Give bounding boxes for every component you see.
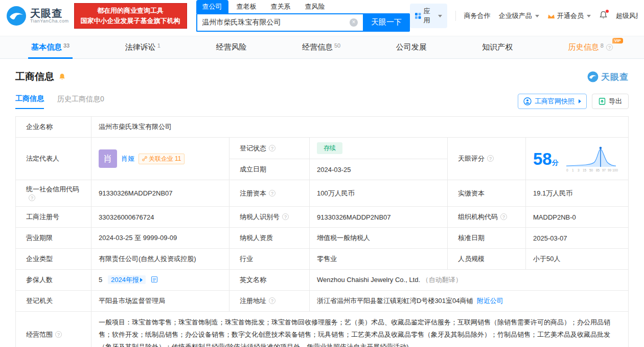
help-icon[interactable] bbox=[282, 213, 289, 220]
business-term-value: 2024-03-25 至 9999-09-09 bbox=[91, 228, 229, 249]
field-label: 企业类型 bbox=[16, 249, 91, 270]
table-row: 统一社会信用代码 91330326MADDP2NB07 注册资本 100万人民币… bbox=[16, 180, 629, 207]
subtab-business-info[interactable]: 工商信息 bbox=[15, 94, 44, 109]
field-label: 法定代表人 bbox=[16, 138, 91, 180]
tab-legal-litigation[interactable]: 法律诉讼 1 bbox=[122, 36, 164, 58]
help-icon[interactable] bbox=[29, 194, 35, 201]
field-label: 人员规模 bbox=[448, 249, 526, 270]
table-row: 营业期限 2024-03-25 至 9999-09-09 纳税人资质 增值税一般… bbox=[16, 228, 629, 249]
score-value: 58 bbox=[533, 149, 552, 168]
monitor-bell-icon[interactable] bbox=[58, 73, 66, 81]
divider bbox=[455, 11, 456, 21]
notifications-bell[interactable] bbox=[599, 11, 608, 21]
field-label: 核准日期 bbox=[448, 228, 526, 249]
tab-company-development[interactable]: 公司发展 bbox=[393, 36, 430, 58]
search-input[interactable] bbox=[196, 13, 363, 32]
field-label: 登记状态 bbox=[229, 138, 310, 159]
clear-search-icon[interactable] bbox=[350, 18, 358, 27]
header: 天眼查 TianYanCha.com 都在用的商业查询工具 国家中小企业发展子基… bbox=[0, 0, 644, 32]
search-tab-relation[interactable]: 查关系 bbox=[265, 0, 297, 13]
person-circle-icon bbox=[523, 97, 532, 105]
search-button[interactable]: 天眼一下 bbox=[363, 13, 410, 32]
search-tab-boss[interactable]: 查老板 bbox=[231, 0, 263, 13]
svg-text:50: 50 bbox=[589, 168, 593, 172]
menu-super-risk[interactable]: 超级风控 bbox=[616, 11, 638, 20]
vip-badge: VIP bbox=[612, 38, 623, 44]
score-distribution-chart: 0 1 3 15 50 85 97 99 100 bbox=[565, 144, 618, 173]
field-label: 纳税人资质 bbox=[229, 228, 310, 249]
svg-text:100: 100 bbox=[612, 168, 618, 172]
notification-dot bbox=[606, 10, 609, 13]
tianyancha-watermark: 天眼查 bbox=[587, 71, 629, 83]
help-icon[interactable] bbox=[269, 145, 275, 151]
approval-date-value: 2025-03-07 bbox=[526, 228, 629, 249]
tab-intellectual-property[interactable]: 知识产权 bbox=[479, 36, 516, 58]
menu-enterprise[interactable]: 企业级产品 bbox=[499, 11, 539, 20]
tab-count: 50 bbox=[334, 42, 340, 49]
reg-status-value: 存续 bbox=[310, 138, 448, 159]
annual-report-link[interactable]: 2024年报 bbox=[108, 275, 146, 284]
legal-rep-avatar[interactable]: 肖 bbox=[99, 149, 117, 168]
search-tab-risk[interactable]: 查风险 bbox=[299, 0, 331, 13]
svg-text:1: 1 bbox=[572, 168, 574, 172]
help-icon[interactable] bbox=[487, 155, 494, 162]
legal-rep-cell: 肖 肖娅 关联企业 11 bbox=[91, 138, 229, 180]
report-doc-icon[interactable] bbox=[151, 276, 158, 283]
reg-address-value: 浙江省温州市平阳县鳌江镇彩虹湾D号楼301室04商铺 附近公司 bbox=[310, 291, 629, 312]
industry-value: 零售业 bbox=[310, 249, 448, 270]
help-icon[interactable] bbox=[269, 297, 275, 304]
establish-date-value: 2024-03-25 bbox=[310, 159, 448, 180]
link-icon bbox=[142, 156, 147, 161]
company-nav-tabs: 基本信息 33 法律诉讼 1 经营风险 经营信息 50 公司发展 知识产权 历史… bbox=[0, 36, 644, 59]
field-label: 营业期限 bbox=[16, 228, 91, 249]
staff-size-value: 小于50人 bbox=[526, 249, 629, 270]
help-icon[interactable] bbox=[606, 44, 613, 51]
promo-line-1: 都在用的商业查询工具 bbox=[81, 6, 180, 16]
apps-menu[interactable]: 应用 bbox=[410, 4, 447, 28]
help-icon[interactable] bbox=[269, 190, 275, 197]
english-name-value: Wenzhou Chaishi Jewelry Co., Ltd. （自动翻译） bbox=[310, 270, 629, 291]
arrow-right-icon bbox=[579, 99, 581, 103]
tab-count: 8 bbox=[601, 42, 604, 49]
official-snapshot-button[interactable]: 工商官网快照 bbox=[518, 94, 587, 109]
menu-cooperation[interactable]: 商务合作 bbox=[464, 11, 491, 20]
field-label: 经营范围 bbox=[16, 312, 91, 347]
reg-capital-value: 100万人民币 bbox=[310, 180, 448, 207]
tab-operation-info[interactable]: 经营信息 50 bbox=[299, 36, 343, 58]
tab-basic-info[interactable]: 基本信息 33 bbox=[28, 36, 73, 58]
field-label: 组织机构代码 bbox=[448, 207, 526, 228]
tab-count: 1 bbox=[157, 42, 160, 49]
nearby-companies-link[interactable]: 附近公司 bbox=[477, 297, 503, 305]
svg-text:85: 85 bbox=[596, 168, 600, 172]
tab-history-info[interactable]: 历史信息 8 VIP bbox=[565, 36, 616, 58]
table-row: 参保人数 5 2024年报 英文名称 Wenzhou Chaishi Jewel… bbox=[16, 270, 629, 291]
help-icon[interactable] bbox=[55, 331, 62, 338]
tab-operation-risk[interactable]: 经营风险 bbox=[213, 36, 249, 58]
field-label: 纳税人识别号 bbox=[229, 207, 310, 228]
subtab-history-business-info[interactable]: 历史工商信息0 bbox=[57, 95, 104, 109]
export-button[interactable]: 导出 bbox=[592, 94, 629, 109]
svg-text:97: 97 bbox=[602, 168, 606, 172]
help-icon[interactable] bbox=[500, 213, 507, 220]
score-unit: 分 bbox=[552, 159, 559, 166]
promo-banner: 都在用的商业查询工具 国家中小企业发展子基金旗下机构 bbox=[74, 3, 187, 29]
table-row: 企业名称 温州市柴氏珠宝有限公司 bbox=[16, 117, 629, 138]
tianyancha-logo[interactable]: 天眼查 TianYanCha.com bbox=[6, 6, 69, 26]
legal-rep-link[interactable]: 肖娅 bbox=[121, 154, 134, 163]
business-info-table: 企业名称 温州市柴氏珠宝有限公司 法定代表人 肖 肖娅 bbox=[15, 116, 629, 347]
company-type-value: 有限责任公司(自然人投资或控股) bbox=[91, 249, 229, 270]
field-label: 注册地址 bbox=[229, 291, 310, 312]
header-menu: 应用 商务合作 企业级产品 开通会员 bbox=[410, 4, 638, 28]
section-title: 工商信息 bbox=[15, 70, 54, 83]
field-label: 企业名称 bbox=[16, 117, 91, 138]
reg-number-value: 330326000676724 bbox=[91, 207, 229, 228]
menu-vip[interactable]: 开通会员 bbox=[547, 11, 591, 20]
crown-icon bbox=[547, 13, 555, 19]
auto-translate-note: （自动翻译） bbox=[422, 276, 462, 284]
taxpayer-quality-value: 增值税一般纳税人 bbox=[310, 228, 448, 249]
status-badge: 存续 bbox=[317, 142, 342, 154]
apps-grid-icon bbox=[415, 12, 421, 19]
search-tab-company[interactable]: 查公司 bbox=[196, 0, 228, 13]
svg-text:99: 99 bbox=[608, 168, 612, 172]
related-companies-badge[interactable]: 关联企业 11 bbox=[139, 154, 185, 164]
